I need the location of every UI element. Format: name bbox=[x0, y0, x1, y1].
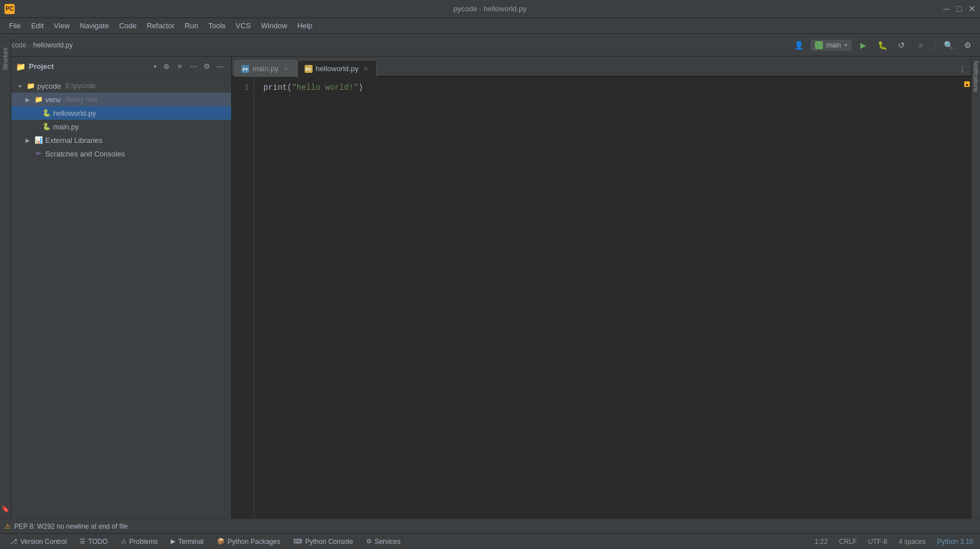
tree-main[interactable]: 🐍 main.py bbox=[11, 120, 231, 133]
status-encoding[interactable]: UTF-8 bbox=[866, 537, 890, 547]
version-control-label: Version Control bbox=[20, 538, 67, 546]
menu-edit[interactable]: Edit bbox=[27, 19, 48, 32]
project-folder-icon: 📁 bbox=[16, 62, 25, 71]
project-panel: 📁 Project ▾ ⊕ ≡ ⋯ ⚙ — ▾ 📁 pycode E:\pyco… bbox=[11, 56, 232, 549]
file-tree: ▾ 📁 pycode E:\pycode ▶ 📁 venv library ro… bbox=[11, 77, 231, 549]
extlib-folder-icon: 📊 bbox=[34, 136, 43, 145]
tree-external-libraries[interactable]: ▶ 📊 External Libraries bbox=[11, 133, 231, 147]
menu-run[interactable]: Run bbox=[180, 19, 203, 32]
user-account-button[interactable]: 👤 bbox=[791, 37, 807, 53]
toolbar-right: 👤 main ▾ ▶ 🐛 ↺ ■ 🔍 ⚙ bbox=[791, 37, 975, 53]
run-config-label: main bbox=[826, 41, 841, 49]
tree-venv[interactable]: ▶ 📁 venv library root bbox=[11, 93, 231, 106]
todo-label: TODO bbox=[88, 538, 107, 546]
coverage-button[interactable]: ↺ bbox=[894, 37, 909, 53]
search-everywhere-button[interactable]: 🔍 bbox=[940, 37, 956, 53]
main-split-panel: Project 📁 Project ▾ ⊕ ≡ ⋯ ⚙ — ▾ 📁 pycode… bbox=[0, 56, 980, 549]
status-terminal[interactable]: ▶ Terminal bbox=[165, 534, 210, 550]
stop-button[interactable]: ■ bbox=[913, 37, 929, 53]
tab-main-py-close[interactable]: ✕ bbox=[282, 65, 290, 73]
menu-help[interactable]: Help bbox=[293, 19, 317, 32]
minimize-button[interactable]: ─ bbox=[943, 5, 951, 13]
scratches-icon: ✏ bbox=[34, 149, 43, 158]
python-console-icon: ⌨ bbox=[293, 538, 302, 545]
project-title-dropdown-icon: ▾ bbox=[154, 63, 157, 69]
tree-root[interactable]: ▾ 📁 pycode E:\pycode bbox=[11, 79, 231, 93]
helloworld-label: helloworld.py bbox=[53, 109, 96, 117]
menu-navigate[interactable]: Navigate bbox=[75, 19, 113, 32]
status-bar: ⎇ Version Control ☰ TODO ⚠ Problems ▶ Te… bbox=[0, 533, 980, 549]
tab-main-py[interactable]: py main.py ✕ bbox=[234, 60, 297, 77]
root-path-label: E:\pycode bbox=[66, 82, 96, 90]
project-options-button[interactable]: ⋯ bbox=[187, 60, 200, 73]
tree-helloworld[interactable]: 🐍 helloworld.py bbox=[11, 106, 231, 120]
run-config-dropdown-icon: ▾ bbox=[844, 42, 847, 48]
pep-warning-text: PEP 8: W292 no newline at end of file bbox=[14, 522, 128, 530]
tabs-more-button[interactable]: ⋮ bbox=[954, 62, 971, 76]
status-python-console[interactable]: ⌨ Python Console bbox=[288, 534, 359, 550]
notifications-tab[interactable]: Notifications bbox=[972, 56, 980, 96]
status-problems[interactable]: ⚠ Problems bbox=[115, 534, 164, 550]
venv-label: venv bbox=[45, 95, 60, 104]
tree-scratches[interactable]: ✏ Scratches and Consoles bbox=[11, 147, 231, 160]
title-bar: PC pycode - helloworld.py ─ □ ✕ bbox=[0, 0, 980, 18]
title-bar-left: PC bbox=[5, 4, 15, 14]
main-file-icon: 🐍 bbox=[42, 122, 51, 131]
status-position[interactable]: 1:22 bbox=[812, 537, 830, 547]
status-python-packages[interactable]: 📦 Python Packages bbox=[211, 534, 287, 550]
status-indent[interactable]: 4 spaces bbox=[896, 537, 928, 547]
status-version-control[interactable]: ⎇ Version Control bbox=[5, 534, 73, 550]
code-editor[interactable]: 1 print("hello world!") ▲ bbox=[232, 77, 971, 533]
menu-code[interactable]: Code bbox=[115, 19, 141, 32]
code-string: "hello world!" bbox=[292, 83, 358, 92]
project-collapse-button[interactable]: ≡ bbox=[174, 60, 186, 73]
python-console-label: Python Console bbox=[305, 538, 353, 546]
problems-label: Problems bbox=[129, 538, 158, 546]
tab-helloworld-close[interactable]: ✕ bbox=[362, 65, 370, 73]
structure-tab[interactable]: Structure bbox=[1, 43, 10, 75]
menu-tools[interactable]: Tools bbox=[204, 19, 230, 32]
run-config-icon bbox=[815, 41, 823, 49]
run-button[interactable]: ▶ bbox=[855, 37, 871, 53]
tab-helloworld-label: helloworld.py bbox=[316, 64, 359, 73]
menu-refactor[interactable]: Refactor bbox=[142, 19, 179, 32]
breadcrumb-file[interactable]: helloworld.py bbox=[33, 41, 73, 49]
code-content[interactable]: print("hello world!") bbox=[254, 77, 963, 533]
venv-expand-icon: ▶ bbox=[24, 95, 32, 103]
main-label: main.py bbox=[53, 123, 79, 131]
status-line-ending[interactable]: CRLF bbox=[837, 537, 859, 547]
project-panel-header: 📁 Project ▾ ⊕ ≡ ⋯ ⚙ — bbox=[11, 56, 231, 77]
maximize-button[interactable]: □ bbox=[955, 5, 963, 13]
editor-area: py main.py ✕ py helloworld.py ✕ ⋮ 1 prin… bbox=[232, 56, 971, 549]
project-hide-button[interactable]: — bbox=[214, 60, 227, 73]
tab-helloworld-icon: py bbox=[305, 65, 313, 73]
venv-folder-icon: 📁 bbox=[34, 95, 43, 104]
extlib-expand-icon: ▶ bbox=[24, 136, 32, 144]
project-settings-button[interactable]: ⚙ bbox=[201, 60, 213, 73]
gutter-warning-indicator[interactable]: ▲ bbox=[964, 81, 970, 87]
debug-button[interactable]: 🐛 bbox=[874, 37, 890, 53]
close-button[interactable]: ✕ bbox=[968, 5, 975, 13]
pep-warning-bar: ⚠ PEP 8: W292 no newline at end of file bbox=[0, 518, 980, 533]
status-python-version[interactable]: Python 3.10 bbox=[935, 537, 975, 547]
status-services[interactable]: ⚙ Services bbox=[361, 534, 407, 550]
menu-vcs[interactable]: VCS bbox=[231, 19, 255, 32]
toolbar-separator bbox=[934, 40, 935, 51]
menu-file[interactable]: File bbox=[5, 19, 25, 32]
menu-view[interactable]: View bbox=[49, 19, 74, 32]
app-icon: PC bbox=[5, 4, 15, 14]
venv-sublabel: library root bbox=[65, 95, 97, 103]
python-packages-icon: 📦 bbox=[217, 538, 225, 545]
root-folder-icon: 📁 bbox=[26, 81, 35, 90]
main-expand-icon bbox=[32, 123, 40, 130]
project-panel-title: Project bbox=[29, 62, 150, 71]
todo-icon: ☰ bbox=[80, 538, 85, 545]
project-locate-button[interactable]: ⊕ bbox=[160, 60, 172, 73]
structure-bookmarks-panel: Structure 🔖 bbox=[0, 38, 11, 518]
bookmarks-icon[interactable]: 🔖 bbox=[2, 504, 10, 514]
tab-helloworld-py[interactable]: py helloworld.py ✕ bbox=[297, 60, 378, 77]
settings-button[interactable]: ⚙ bbox=[960, 37, 975, 53]
run-config-selector[interactable]: main ▾ bbox=[810, 40, 852, 51]
status-todo[interactable]: ☰ TODO bbox=[74, 534, 114, 550]
menu-window[interactable]: Window bbox=[257, 19, 292, 32]
